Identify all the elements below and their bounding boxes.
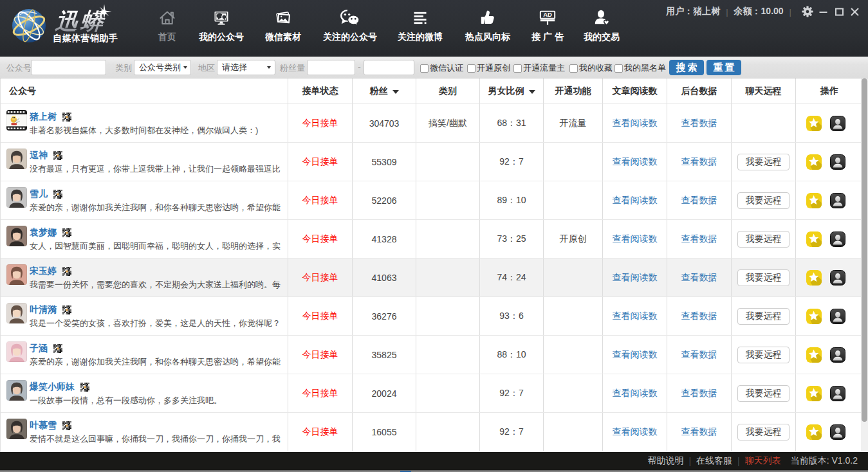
account-name[interactable]: 子涵 xyxy=(30,343,62,354)
profile-person-icon[interactable] xyxy=(830,386,845,401)
maximize-button[interactable] xyxy=(835,8,844,16)
favorite-star-icon[interactable] xyxy=(806,193,822,208)
favorite-star-icon[interactable] xyxy=(806,424,822,440)
table-row-子涵[interactable]: 子涵 亲爱的亲，谢谢你加我关注我啊，和你各种聊天思密达哟，希望你能 今日接单 3… xyxy=(0,336,868,374)
category-select[interactable]: 公众号类别 xyxy=(134,60,191,75)
settings-gear-icon[interactable] xyxy=(802,6,813,17)
view-backend-link[interactable]: 查看数据 xyxy=(667,104,731,142)
scrollbar-thumb[interactable] xyxy=(862,78,867,422)
view-backend-link[interactable]: 查看数据 xyxy=(667,374,731,412)
remote-button[interactable]: 我要远程 xyxy=(737,192,790,209)
account-name[interactable]: 宋玉婷 xyxy=(30,266,71,277)
nav-item-4[interactable]: 关注的微博 xyxy=(388,6,452,43)
view-reads-link[interactable]: 查看阅读数 xyxy=(602,181,667,219)
qr-code-icon[interactable] xyxy=(53,190,62,199)
favorite-star-icon[interactable] xyxy=(806,347,822,363)
remote-button[interactable]: 我要远程 xyxy=(737,231,790,248)
view-backend-link[interactable]: 查看数据 xyxy=(667,220,731,258)
account-name[interactable]: 叶慕雪 xyxy=(30,420,71,431)
qr-code-icon[interactable] xyxy=(62,421,71,430)
minimize-button[interactable] xyxy=(819,8,827,16)
nav-item-2[interactable]: 微信素材 xyxy=(254,6,312,43)
profile-person-icon[interactable] xyxy=(830,309,845,324)
vertical-scrollbar[interactable] xyxy=(861,78,868,452)
view-reads-link[interactable]: 查看阅读数 xyxy=(602,336,667,374)
account-name[interactable]: 猪上树 xyxy=(30,111,71,123)
reset-button[interactable]: 重置 xyxy=(706,60,741,75)
remote-button[interactable]: 我要远程 xyxy=(737,154,790,170)
search-button[interactable]: 搜索 xyxy=(669,60,704,75)
account-name[interactable]: 袁梦娜 xyxy=(30,227,71,239)
view-reads-link[interactable]: 查看阅读数 xyxy=(602,143,667,181)
profile-person-icon[interactable] xyxy=(830,116,845,131)
view-backend-link[interactable]: 查看数据 xyxy=(667,143,731,181)
nav-item-1[interactable]: 我的公众号 xyxy=(191,6,252,43)
account-filter-input[interactable] xyxy=(31,60,106,75)
table-row-爆笑小师妹[interactable]: 爆笑小师妹 一段故事一段情，总有一段感动你，多多关注我吧。 今日接单 20024… xyxy=(0,374,868,413)
favorite-star-icon[interactable] xyxy=(806,309,822,324)
help-link[interactable]: 帮助说明 xyxy=(647,455,683,467)
account-name[interactable]: 雪儿 xyxy=(30,188,62,200)
view-backend-link[interactable]: 查看数据 xyxy=(667,259,731,296)
qr-code-icon[interactable] xyxy=(62,228,71,237)
qr-code-icon[interactable] xyxy=(62,267,71,276)
col-header-fans[interactable]: 粉丝 xyxy=(352,78,416,104)
nav-item-7[interactable]: 我的交易 xyxy=(576,6,627,43)
qr-code-icon[interactable] xyxy=(80,383,89,392)
profile-person-icon[interactable] xyxy=(830,154,845,170)
close-button[interactable] xyxy=(851,8,859,16)
nav-item-6[interactable]: AD接 广 告 xyxy=(519,6,576,43)
view-reads-link[interactable]: 查看阅读数 xyxy=(602,413,667,451)
table-row-猪上树[interactable]: 猪上树 非著名影视自媒体，大多数时间都在发神经，偶尔做回人类：) 今日接单 30… xyxy=(0,104,868,143)
view-reads-link[interactable]: 查看阅读数 xyxy=(602,104,667,142)
nav-item-0[interactable]: 首页 xyxy=(143,6,191,43)
favorite-star-icon[interactable] xyxy=(806,116,822,131)
favorite-star-icon[interactable] xyxy=(806,231,822,247)
checkbox-original[interactable]: 开通原创 xyxy=(467,62,510,74)
table-row-逗神[interactable]: 逗神 没有最逗，只有更逗，你带上逗我带上神，让我们一起领略最强逗比 今日接单 5… xyxy=(0,143,868,181)
chat-list-link[interactable]: 聊天列表 xyxy=(745,455,781,467)
checkbox-favorites[interactable]: 我的收藏 xyxy=(569,62,613,74)
table-row-雪儿[interactable]: 雪儿 亲爱的亲，谢谢你加我关注我啊，和你各种聊天思密达哟，希望你能 今日接单 5… xyxy=(0,181,868,220)
checkbox-blacklist[interactable]: 我的黑名单 xyxy=(614,62,666,74)
view-reads-link[interactable]: 查看阅读数 xyxy=(602,374,667,412)
view-backend-link[interactable]: 查看数据 xyxy=(667,413,731,451)
col-header-ratio[interactable]: 男女比例 xyxy=(479,78,543,104)
profile-person-icon[interactable] xyxy=(830,347,845,363)
qr-code-icon[interactable] xyxy=(53,151,62,160)
remote-button[interactable]: 我要远程 xyxy=(737,269,790,286)
fans-max-input[interactable] xyxy=(364,60,414,75)
remote-button[interactable]: 我要远程 xyxy=(737,347,790,363)
qr-code-icon[interactable] xyxy=(53,344,62,353)
table-row-袁梦娜[interactable]: 袁梦娜 女人，因智慧而美丽，因聪明而幸福，聪明的女人，聪明的选择，实 今日接单 … xyxy=(0,220,868,259)
account-name[interactable]: 逗神 xyxy=(30,150,62,161)
view-reads-link[interactable]: 查看阅读数 xyxy=(602,220,667,258)
customer-service-link[interactable]: 在线客服 xyxy=(696,455,732,467)
profile-person-icon[interactable] xyxy=(830,231,845,247)
table-row-宋玉婷[interactable]: 宋玉婷 我需要一份关怀，需要您的喜欢，不定期会为大家送上福利的哟。每 今日接单 … xyxy=(0,259,868,297)
remote-button[interactable]: 我要远程 xyxy=(737,308,790,325)
qr-code-icon[interactable] xyxy=(62,305,71,314)
favorite-star-icon[interactable] xyxy=(806,154,822,170)
remote-button[interactable]: 我要远程 xyxy=(737,385,790,402)
profile-person-icon[interactable] xyxy=(830,424,845,440)
nav-item-3[interactable]: 关注的公众号 xyxy=(312,6,388,43)
view-backend-link[interactable]: 查看数据 xyxy=(667,336,731,374)
checkbox-wechat-verified[interactable]: 微信认证 xyxy=(420,62,463,74)
profile-person-icon[interactable] xyxy=(830,270,845,286)
qr-code-icon[interactable] xyxy=(62,113,71,122)
favorite-star-icon[interactable] xyxy=(806,386,822,401)
account-name[interactable]: 爆笑小师妹 xyxy=(30,381,89,393)
fans-min-input[interactable] xyxy=(307,60,355,75)
view-reads-link[interactable]: 查看阅读数 xyxy=(602,297,667,335)
view-backend-link[interactable]: 查看数据 xyxy=(667,181,731,219)
view-backend-link[interactable]: 查看数据 xyxy=(667,297,731,335)
table-row-叶慕雪[interactable]: 叶慕雪 爱情不就是这么回事嘛，你捅我一刀，我捅你一刀，你捅我一刀，我 今日接单 … xyxy=(0,413,868,451)
table-row-叶清漪[interactable]: 叶清漪 我是一个爱笑的女孩，喜欢打扮，爱美，这是人的天性，你觉得呢？ 今日接单 … xyxy=(0,297,868,336)
region-select[interactable]: 请选择 xyxy=(217,60,275,75)
nav-item-5[interactable]: 热点风向标 xyxy=(452,6,523,43)
profile-person-icon[interactable] xyxy=(830,193,845,208)
checkbox-traffic[interactable]: 开通流量主 xyxy=(513,62,565,74)
view-reads-link[interactable]: 查看阅读数 xyxy=(602,259,667,296)
remote-button[interactable]: 我要远程 xyxy=(737,424,790,440)
